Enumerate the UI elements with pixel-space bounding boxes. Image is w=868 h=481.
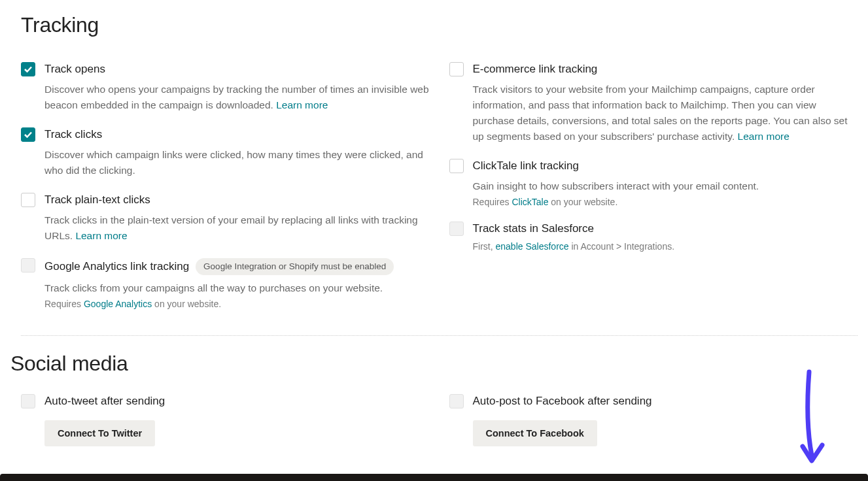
ga-desc: Track clicks from your campaigns all the…: [44, 280, 430, 296]
checkbox-auto-facebook: [449, 394, 464, 408]
social-heading: Social media: [10, 352, 858, 376]
section-divider: [21, 335, 858, 336]
option-auto-facebook: Auto-post to Facebook after sending Conn…: [449, 394, 858, 446]
track-opens-desc: Discover who opens your campaigns by tra…: [44, 82, 430, 113]
footer-bar: Back RSS Feed ❯ Recipients ❯ Setup ❯ Tem…: [0, 474, 868, 481]
ga-title: Google Analytics link tracking: [44, 259, 189, 274]
option-auto-tweet: Auto-tweet after sending Connect To Twit…: [21, 394, 430, 446]
clicktale-note: Requires ClickTale on your website.: [473, 197, 858, 207]
check-icon: [24, 131, 32, 138]
track-clicks-desc: Discover which campaign links were click…: [44, 147, 430, 178]
option-clicktale: ClickTale link tracking Gain insight to …: [449, 159, 858, 207]
track-plain-title: Track plain-text clicks: [44, 193, 430, 207]
checkbox-salesforce: [449, 222, 464, 236]
salesforce-link[interactable]: enable Salesforce: [496, 241, 569, 252]
ecom-title: E-commerce link tracking: [473, 62, 858, 76]
ga-title-row: Google Analytics link tracking Google In…: [44, 258, 430, 275]
salesforce-note: First, enable Salesforce in Account > In…: [473, 241, 858, 252]
tracking-heading: Tracking: [21, 13, 858, 37]
track-opens-title: Track opens: [44, 62, 430, 76]
option-track-plain-text: Track plain-text clicks Track clicks in …: [21, 193, 430, 244]
option-track-clicks: Track clicks Discover which campaign lin…: [21, 127, 430, 178]
checkbox-track-plain-text[interactable]: [21, 193, 35, 207]
option-salesforce: Track stats in Salesforce First, enable …: [449, 222, 858, 252]
connect-twitter-button[interactable]: Connect To Twitter: [44, 420, 155, 446]
option-track-opens: Track opens Discover who opens your camp…: [21, 62, 430, 113]
check-icon: [24, 66, 32, 73]
salesforce-title: Track stats in Salesforce: [473, 222, 858, 236]
tracking-col-right: E-commerce link tracking Track visitors …: [449, 62, 858, 323]
clicktale-desc: Gain insight to how subscribers interact…: [473, 178, 858, 194]
option-ecommerce: E-commerce link tracking Track visitors …: [449, 62, 858, 144]
track-opens-learn-more[interactable]: Learn more: [276, 99, 328, 110]
checkbox-ecommerce[interactable]: [449, 62, 464, 76]
checkbox-track-opens[interactable]: [21, 62, 35, 76]
track-plain-desc: Track clicks in the plain-text version o…: [44, 212, 430, 244]
ga-badge: Google Integration or Shopify must be en…: [196, 258, 394, 275]
track-plain-learn-more[interactable]: Learn more: [75, 230, 127, 241]
ga-link[interactable]: Google Analytics: [84, 299, 152, 309]
tracking-columns: Track opens Discover who opens your camp…: [21, 62, 858, 323]
social-columns: Auto-tweet after sending Connect To Twit…: [21, 394, 858, 461]
clicktale-title: ClickTale link tracking: [473, 159, 858, 173]
connect-facebook-button[interactable]: Connect To Facebook: [473, 420, 597, 446]
option-google-analytics: Google Analytics link tracking Google In…: [21, 258, 430, 309]
social-col-left: Auto-tweet after sending Connect To Twit…: [21, 394, 430, 461]
checkbox-clicktale[interactable]: [449, 159, 464, 173]
auto-facebook-title: Auto-post to Facebook after sending: [473, 394, 858, 408]
tracking-col-left: Track opens Discover who opens your camp…: [21, 62, 430, 323]
auto-tweet-title: Auto-tweet after sending: [44, 394, 430, 408]
checkbox-track-clicks[interactable]: [21, 127, 35, 142]
clicktale-link[interactable]: ClickTale: [512, 197, 548, 207]
ecom-desc: Track visitors to your website from your…: [473, 82, 858, 144]
ga-note: Requires Google Analytics on your websit…: [44, 299, 430, 309]
track-clicks-title: Track clicks: [44, 127, 430, 142]
social-col-right: Auto-post to Facebook after sending Conn…: [449, 394, 858, 461]
checkbox-google-analytics: [21, 258, 35, 273]
checkbox-auto-tweet: [21, 394, 35, 408]
ecom-learn-more[interactable]: Learn more: [738, 131, 790, 142]
